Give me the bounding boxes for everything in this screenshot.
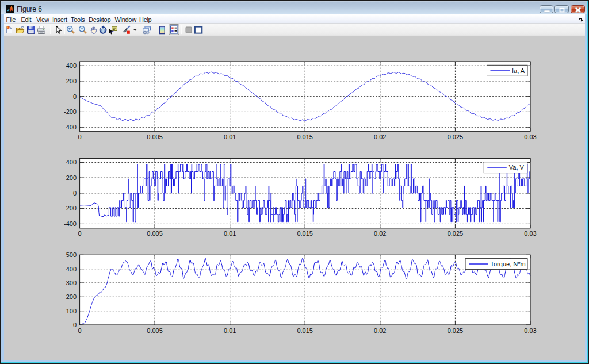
svg-text:0.03: 0.03: [524, 327, 536, 334]
svg-text:400: 400: [66, 159, 77, 166]
svg-text:Va, V: Va, V: [509, 164, 525, 171]
svg-text:0.005: 0.005: [147, 133, 163, 140]
svg-text:Ia, A: Ia, A: [512, 67, 525, 74]
svg-text:0.01: 0.01: [224, 133, 236, 140]
svg-text:-200: -200: [64, 108, 77, 115]
svg-text:0: 0: [78, 327, 81, 334]
svg-text:0: 0: [73, 93, 77, 100]
svg-text:0: 0: [78, 230, 81, 237]
svg-text:0.03: 0.03: [524, 230, 536, 237]
svg-text:0.02: 0.02: [374, 230, 386, 237]
svg-text:0.025: 0.025: [448, 133, 464, 140]
svg-text:Torque, N*m: Torque, N*m: [491, 260, 526, 267]
svg-text:0: 0: [78, 133, 81, 140]
svg-text:0.025: 0.025: [448, 230, 464, 237]
svg-text:0.02: 0.02: [374, 133, 386, 140]
svg-text:0.005: 0.005: [147, 230, 163, 237]
svg-text:-400: -400: [64, 220, 77, 227]
svg-text:-200: -200: [64, 205, 77, 212]
svg-text:0: 0: [73, 321, 77, 328]
svg-text:0.01: 0.01: [224, 327, 236, 334]
svg-text:500: 500: [66, 251, 77, 258]
svg-text:400: 400: [66, 266, 77, 273]
svg-text:0.015: 0.015: [297, 230, 313, 237]
svg-text:100: 100: [66, 308, 77, 315]
svg-text:0.015: 0.015: [297, 133, 313, 140]
svg-text:0.005: 0.005: [147, 327, 163, 334]
svg-text:0: 0: [73, 190, 77, 197]
svg-text:0.01: 0.01: [224, 230, 236, 237]
svg-text:0.015: 0.015: [297, 327, 313, 334]
svg-text:200: 200: [66, 78, 77, 85]
svg-text:300: 300: [66, 279, 77, 286]
svg-text:-400: -400: [64, 124, 77, 131]
svg-text:200: 200: [66, 174, 77, 181]
svg-text:0.02: 0.02: [374, 327, 386, 334]
svg-text:200: 200: [66, 293, 77, 300]
svg-text:0.03: 0.03: [524, 133, 536, 140]
svg-text:0.025: 0.025: [448, 327, 464, 334]
svg-text:400: 400: [66, 62, 77, 69]
